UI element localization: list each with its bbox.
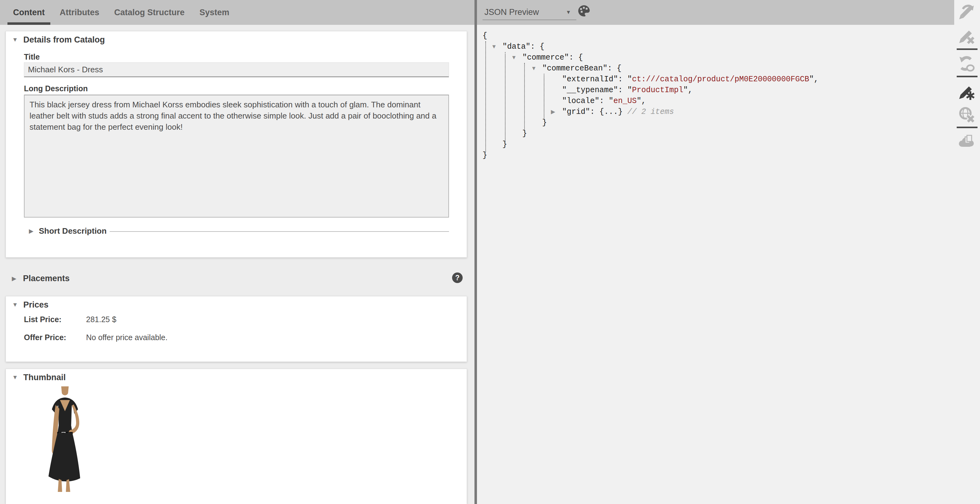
json-tree-row: ▼"commerce": {	[477, 52, 954, 63]
workflow-toolbar	[954, 0, 980, 504]
json-code-segment: ",	[683, 86, 693, 95]
json-tree-row: "__typename": "ProductImpl",	[477, 85, 954, 95]
title-input[interactable]	[24, 62, 449, 77]
long-description-label: Long Description	[24, 84, 88, 93]
document-form-panel: Content Attributes Catalog Structure Sys…	[0, 0, 474, 504]
json-tree-row: }	[477, 117, 954, 128]
list-price-value: 281.25 $	[86, 315, 116, 324]
json-value-segment: ct:///catalog/product/pM0E20000000FGCB	[632, 75, 809, 84]
json-code-segment: ",	[637, 97, 646, 106]
document-tab-bar: Content Attributes Catalog Structure Sys…	[0, 0, 474, 25]
json-tree-row: "locale": "en_US",	[477, 95, 954, 106]
offer-price-label: Offer Price:	[24, 333, 66, 342]
json-code-segment: "grid": {...}	[562, 108, 623, 116]
short-description-label[interactable]: Short Description	[39, 226, 107, 236]
json-tree-row: }	[477, 139, 954, 150]
section-title-thumbnail: Thumbnail	[23, 373, 66, 382]
json-tree-row: {	[477, 30, 954, 41]
edit-new-icon[interactable]	[958, 83, 975, 101]
tab-catalog-structure[interactable]: Catalog Structure	[108, 0, 191, 25]
expand-arrow-icon[interactable]: ▶	[551, 106, 562, 117]
details-from-catalog-card: ▼ Details from Catalog Title Long Descri…	[6, 31, 467, 258]
collapse-arrow-icon[interactable]: ▼	[12, 36, 18, 43]
json-code-segment: }	[503, 140, 507, 149]
json-code-segment: }	[482, 151, 487, 160]
json-tree-row: ▼"data": {	[477, 41, 954, 52]
json-comment-segment: // 2 items	[623, 108, 674, 116]
json-value-segment: en_US	[613, 97, 637, 106]
cloud-copy-icon[interactable]	[958, 132, 975, 150]
json-code-segment: {	[482, 31, 487, 40]
panel-splitter[interactable]	[474, 0, 477, 504]
prices-card: ▼ Prices List Price: 281.25 $ Offer Pric…	[6, 296, 467, 362]
collapse-arrow-icon[interactable]: ▼	[12, 374, 18, 381]
palette-icon[interactable]	[577, 4, 591, 18]
product-thumbnail-image[interactable]	[40, 387, 90, 492]
sync-icon[interactable]	[958, 55, 975, 73]
preview-mode-select[interactable]: JSON Preview	[484, 0, 539, 24]
list-price-label: List Price:	[24, 315, 62, 324]
short-description-divider	[110, 231, 449, 232]
long-description-textarea[interactable]: This black jersey dress from Michael Kor…	[24, 95, 449, 217]
collapse-arrow-icon[interactable]: ▼	[531, 63, 542, 74]
json-code-segment: "commerceBean": {	[542, 64, 621, 73]
unpublish-icon[interactable]	[958, 106, 975, 123]
json-code-segment: "locale": "	[562, 97, 613, 106]
json-code-segment: "__typename": "	[562, 86, 632, 95]
toolbar-divider	[957, 127, 977, 128]
edit-discard-icon[interactable]	[958, 27, 975, 45]
json-tree-row: "externalId": "ct:///catalog/product/pM0…	[477, 74, 954, 85]
json-tree-row: }	[477, 150, 954, 161]
offer-price-value: No offer price available.	[86, 333, 167, 342]
tab-system[interactable]: System	[193, 0, 235, 25]
edit-undo-icon[interactable]	[958, 3, 975, 21]
toolbar-divider	[957, 76, 977, 77]
toolbar-divider	[957, 48, 977, 50]
thumbnail-card: ▼ Thumbnail	[6, 369, 467, 504]
json-code-segment: "commerce": {	[522, 53, 583, 62]
tab-attributes[interactable]: Attributes	[53, 0, 106, 25]
title-field-label: Title	[24, 52, 40, 62]
collapse-arrow-icon[interactable]: ▼	[12, 301, 18, 308]
collapse-arrow-icon[interactable]: ▼	[491, 41, 503, 52]
preview-panel: JSON Preview ▼ {▼"data": {▼"commerce": {…	[477, 0, 954, 504]
json-code-segment: }	[542, 118, 547, 127]
json-value-segment: ProductImpl	[632, 86, 683, 95]
json-code-segment: "data": {	[503, 42, 544, 51]
json-tree-row: }	[477, 128, 954, 139]
application-window: Content Attributes Catalog Structure Sys…	[0, 0, 980, 504]
collapse-arrow-icon[interactable]: ▼	[511, 52, 522, 63]
json-tree: {▼"data": {▼"commerce": {▼"commerceBean"…	[477, 30, 954, 161]
expand-arrow-icon[interactable]: ▶	[12, 275, 16, 282]
section-title-prices: Prices	[23, 300, 48, 310]
json-tree-row: ▼"commerceBean": {	[477, 63, 954, 74]
preview-header-bar: JSON Preview ▼	[477, 0, 954, 25]
expand-arrow-icon[interactable]: ▶	[29, 227, 33, 235]
json-tree-row: ▶"grid": {...} // 2 items	[477, 106, 954, 117]
json-code-segment: ",	[809, 75, 818, 84]
json-code-segment: "externalId": "	[562, 75, 632, 84]
section-title-placements[interactable]: Placements	[23, 274, 70, 283]
tab-content[interactable]: Content	[7, 0, 51, 25]
json-code-segment: }	[522, 129, 527, 138]
select-underline	[482, 19, 576, 20]
chevron-down-icon[interactable]: ▼	[566, 9, 571, 16]
section-title-details: Details from Catalog	[23, 35, 105, 45]
help-icon[interactable]: ?	[452, 273, 463, 283]
